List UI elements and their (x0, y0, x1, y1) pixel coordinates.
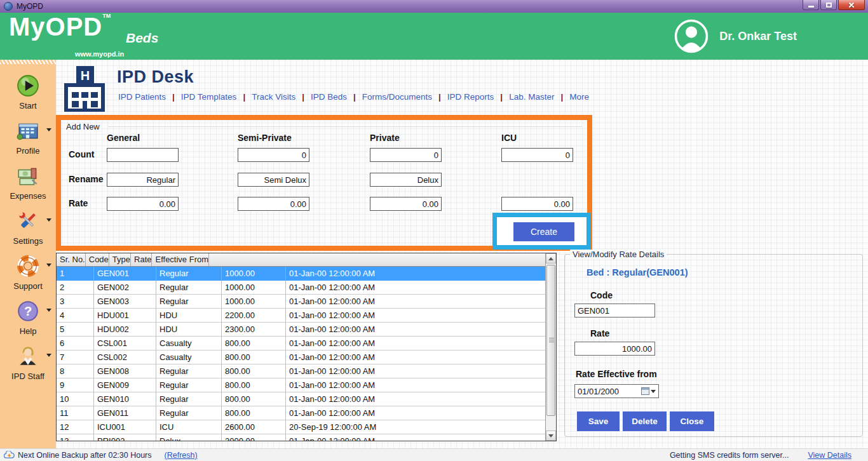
nav-link[interactable]: IPD Reports (447, 92, 494, 102)
minimize-button[interactable] (803, 0, 819, 10)
sidebar-item-icon: ? (16, 299, 40, 323)
table-row[interactable]: 13 PRI002 Delux 2000.00 01-Jan-00 12:00:… (57, 434, 556, 441)
sidebar-item[interactable]: Settings (0, 204, 56, 250)
cell-code: GEN008 (94, 364, 156, 378)
main-content: H IPD Desk IPD Patients | IPD Templates … (56, 60, 868, 448)
dropdown-arrow-icon[interactable] (46, 354, 51, 357)
cell-sr-no: 3 (57, 295, 94, 309)
scrollbar-thumb[interactable] (546, 265, 555, 416)
table-row[interactable]: 1 GEN001 Regular 1000.00 01-Jan-00 12:00… (57, 267, 556, 281)
nav-separator: | (302, 92, 304, 102)
sidebar-item[interactable]: Expenses (0, 159, 56, 204)
count-input[interactable] (370, 148, 442, 162)
bed-category-header: General (107, 133, 140, 143)
nav-link[interactable]: IPD Templates (181, 92, 237, 102)
count-input[interactable] (107, 148, 179, 162)
cell-type: Casualty (156, 337, 222, 351)
view-details-link[interactable]: View Details (808, 451, 851, 460)
save-button[interactable]: Save (577, 411, 620, 431)
table-row[interactable]: 5 HDU002 HDU 2300.00 01-Jan-00 12:00:00 … (57, 323, 556, 337)
create-button[interactable]: Create (513, 222, 574, 241)
nav-separator: | (438, 92, 441, 102)
close-button[interactable] (838, 0, 865, 10)
refresh-link[interactable]: (Refresh) (165, 451, 198, 460)
rate-field[interactable] (574, 342, 655, 356)
svg-text:H: H (81, 69, 90, 83)
create-highlight-frame: Create (492, 213, 591, 250)
delete-button[interactable]: Delete (623, 411, 667, 431)
table-row[interactable]: 2 GEN002 Regular 1000.00 01-Jan-00 12:00… (57, 281, 556, 295)
table-row[interactable]: 11 GEN011 Regular 800.00 01-Jan-00 12:00… (57, 406, 556, 420)
restore-button[interactable] (820, 0, 837, 10)
count-input[interactable] (238, 148, 309, 162)
table-row[interactable]: 7 CSL002 Casualty 800.00 01-Jan-00 12:00… (57, 351, 556, 364)
effective-date-picker[interactable]: 01/01/2000 (574, 384, 659, 398)
scroll-down-button[interactable] (546, 431, 556, 441)
cell-rate: 800.00 (222, 378, 286, 392)
nav-link[interactable]: Forms/Documents (362, 92, 432, 102)
rename-input[interactable] (370, 173, 442, 187)
cell-rate: 2600.00 (222, 420, 286, 434)
cell-code: GEN003 (94, 295, 156, 309)
scroll-up-button[interactable] (546, 253, 556, 264)
cell-type: Regular (156, 281, 222, 295)
date-dropdown-icon[interactable] (651, 390, 656, 393)
beds-table: Sr. No.CodeTypeRateEffective From 1 GEN0… (56, 253, 557, 441)
cell-sr-no: 4 (57, 309, 94, 323)
table-header-cell[interactable]: Effective From (152, 253, 209, 266)
app-icon (4, 2, 13, 11)
table-header-cell[interactable]: Type (109, 253, 131, 266)
trademark: TM (102, 13, 111, 19)
status-bar: Next Online Backup after 02:30 Hours (Re… (0, 448, 868, 461)
table-row[interactable]: 6 CSL001 Casualty 800.00 01-Jan-00 12:00… (57, 337, 556, 351)
table-header-cell[interactable]: Rate (131, 253, 152, 266)
dropdown-arrow-icon[interactable] (46, 218, 51, 222)
cell-effective-from: 01-Jan-00 12:00:00 AM (286, 364, 556, 378)
sidebar-item[interactable]: Profile (0, 114, 56, 159)
table-header-cell[interactable]: Code (86, 253, 109, 266)
table-row[interactable]: 8 GEN008 Regular 800.00 01-Jan-00 12:00:… (57, 364, 556, 378)
nav-link[interactable]: IPD Patients (118, 92, 166, 102)
table-row[interactable]: 10 GEN010 Regular 800.00 01-Jan-00 12:00… (57, 392, 556, 406)
table-row[interactable]: 3 GEN003 Regular 1000.00 01-Jan-00 12:00… (57, 295, 556, 309)
brand-logo: MyOPDTM (9, 13, 111, 41)
dropdown-arrow-icon[interactable] (46, 264, 51, 267)
cell-effective-from: 01-Jan-00 12:00:00 AM (286, 323, 556, 337)
nav-link[interactable]: More (569, 92, 589, 102)
rename-input[interactable] (238, 173, 309, 187)
sidebar-item[interactable]: Support (0, 250, 56, 295)
count-input[interactable] (501, 148, 573, 162)
nav-link[interactable]: Lab. Master (509, 92, 554, 102)
table-scrollbar[interactable] (545, 253, 556, 441)
sidebar-stitch-border (0, 60, 56, 64)
table-row[interactable]: 12 ICU001 ICU 2600.00 20-Sep-19 12:00:00… (57, 420, 556, 434)
table-header-cell[interactable]: Sr. No. (57, 253, 86, 266)
table-row[interactable]: 9 GEN009 Regular 800.00 01-Jan-00 12:00:… (57, 378, 556, 392)
right-status: Getting SMS credits form server... View … (670, 451, 868, 460)
sidebar-item[interactable]: ? Help (0, 295, 56, 340)
cell-rate: 800.00 (222, 406, 286, 420)
sidebar-item-label: Settings (0, 236, 56, 246)
rename-input[interactable] (107, 173, 179, 187)
close-panel-button[interactable]: Close (670, 411, 714, 431)
rate-input[interactable] (107, 197, 179, 211)
cell-effective-from: 01-Jan-00 12:00:00 AM (286, 281, 556, 295)
table-row[interactable]: 4 HDU001 HDU 2200.00 01-Jan-00 12:00:00 … (57, 309, 556, 323)
nav-item: Lab. Master | (509, 92, 569, 102)
nav-link[interactable]: Track Visits (252, 92, 295, 102)
cell-type: HDU (156, 309, 222, 323)
dropdown-arrow-icon[interactable] (46, 128, 51, 131)
nav-link[interactable]: IPD Beds (311, 92, 347, 102)
website-url: www.myopd.in (75, 50, 124, 58)
cell-effective-from: 20-Sep-19 12:00:00 AM (286, 420, 556, 434)
bed-category-column: Semi-Private (238, 120, 310, 246)
rate-input[interactable] (370, 197, 442, 211)
table-body: 1 GEN001 Regular 1000.00 01-Jan-00 12:00… (57, 267, 556, 441)
sidebar-item[interactable]: Start (0, 69, 56, 114)
code-field[interactable] (574, 304, 655, 317)
dropdown-arrow-icon[interactable] (46, 309, 51, 312)
bed-category-column: Private (370, 120, 442, 246)
sidebar-item[interactable]: IPD Staff (0, 340, 56, 385)
rate-input[interactable] (238, 197, 309, 211)
rate-input[interactable] (501, 197, 573, 211)
